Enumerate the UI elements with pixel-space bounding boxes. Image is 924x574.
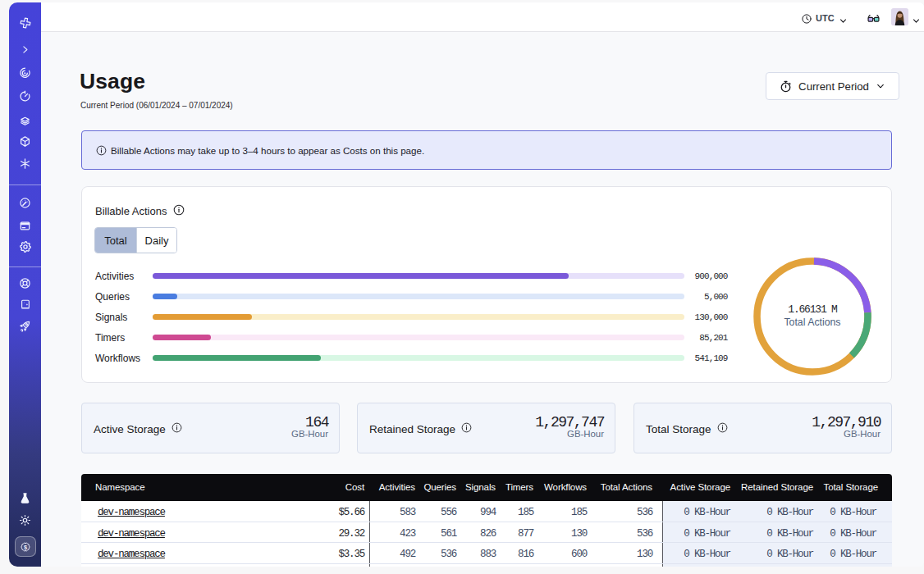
- svg-text:$: $: [24, 543, 28, 550]
